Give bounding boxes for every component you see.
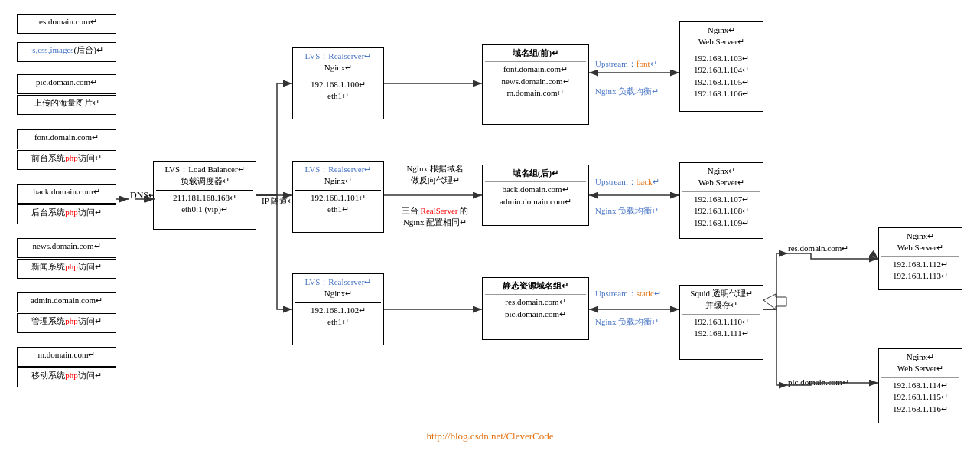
lvs-rs2-box: LVS：Realserver↵ Nginx↵ 192.168.1.101↵ et… [292,161,384,233]
svg-marker-14 [763,294,786,309]
pic-domain-box: pic.domain.com↵ [17,74,116,94]
back-domain-box: back.domain.com↵ [17,184,116,204]
lvs-rs3-box: LVS：Realserver↵ Nginx↵ 192.168.1.102↵ et… [292,273,384,345]
nginx-ws1-box: Nginx↵ Web Server↵ 192.168.1.103↵ 192.16… [679,21,763,112]
dns-label: DNS↵ [130,190,156,201]
nginx-ws-pic-box: Nginx↵ Web Server↵ 192.168.1.114↵ 192.16… [878,348,962,423]
admin-php-box: 管理系统php访问↵ [17,313,116,333]
architecture-diagram: res.domain.com↵ js,css,images(后台)↵ pic.d… [0,0,980,454]
nginx-lb2-label: Nginx 负载均衡↵ [595,205,659,217]
squid-proxy-box: Squid 透明代理↵ 并缓存↵ 192.168.1.110↵ 192.168.… [679,285,763,360]
mobile-php-box: 移动系统php访问↵ [17,367,116,387]
nginx-reverse-note: Nginx 根据域名做反向代理↵ [395,163,475,187]
admin-domain-box: admin.domain.com↵ [17,292,116,312]
ip-tunnel-label: IP 隧道↵ [262,195,295,207]
news-php-box: 新闻系统php访问↵ [17,259,116,279]
nginx-lb3-label: Nginx 负载均衡↵ [595,316,659,328]
nginx-ws-res-box: Nginx↵ Web Server↵ 192.168.1.112↵ 192.16… [878,227,962,290]
frontend-php-box: 前台系统php访问↵ [17,150,116,170]
lvs-lb-box: LVS：Load Balancer↵ 负载调度器↵ 211.181.168.16… [153,161,256,230]
upload-box: 上传的海量图片↵ [17,95,116,115]
domain-group-back-box: 域名组(后)↵ back.domain.com↵ admin.domain.co… [482,165,589,226]
lvs-rs1-box: LVS：Realserver↵ Nginx↵ 192.168.1.100↵ et… [292,47,384,119]
backend-php-box: 后台系统php访问↵ [17,204,116,224]
upstream-static-label: Upstream：static↵ [595,288,661,299]
res-domain-box: res.domain.com↵ [17,14,116,34]
blog-link: http://blog.csdn.net/CleverCode [426,430,553,443]
domain-group-front-box: 域名组(前)↵ font.domain.com↵ news.domain.com… [482,44,589,125]
pic-domain-right-label: pic.domain.com↵ [788,377,849,387]
domain-group-static-box: 静态资源域名组↵ res.domain.com↵ pic.domain.com↵ [482,277,589,340]
res-domain-right-label: res.domain.com↵ [788,243,848,253]
upstream-back-label: Upstream：back↵ [595,176,659,188]
svg-line-13 [872,253,878,259]
realserver-note: 三台 RealServer 的Nginx 配置相同↵ [395,205,475,229]
font-domain-box: font.domain.com↵ [17,129,116,149]
m-domain-box: m.domain.com↵ [17,347,116,367]
upstream-font-label: Upstream：font↵ [595,58,657,70]
nginx-ws2-box: Nginx↵ Web Server↵ 192.168.1.107↵ 192.16… [679,162,763,239]
js-css-box: js,css,images(后台)↵ [17,42,116,62]
news-domain-box: news.domain.com↵ [17,238,116,258]
nginx-lb1-label: Nginx 负载均衡↵ [595,86,659,97]
